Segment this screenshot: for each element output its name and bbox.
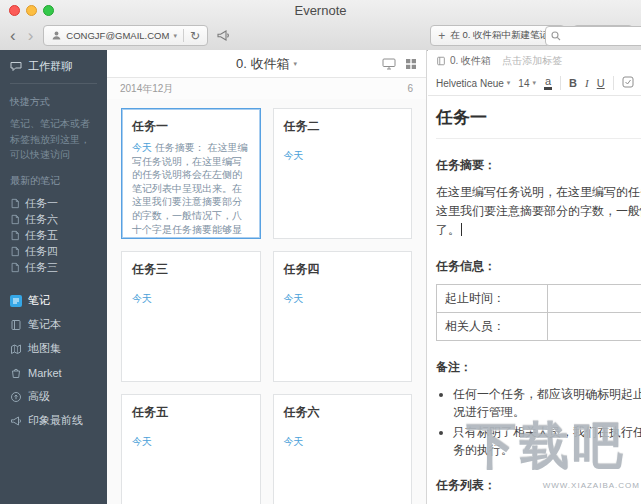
notebook-chip[interactable]: 0. 收件箱: [436, 54, 491, 68]
editor-header: 0. 收件箱 点击添加标签: [428, 50, 641, 71]
sidebar-item-premium[interactable]: 高级: [10, 385, 97, 409]
shortcuts-header: 快捷方式: [10, 95, 97, 109]
notebook-icon: [10, 319, 22, 331]
bullet-item[interactable]: 只有标明了相关人员，我们在执行任务的时候才能够明确分工，保证任 务的执行。: [453, 423, 641, 459]
window-header: Evernote ‹ › CONGJF@GMAIL.COM ▾ ↻: [0, 0, 641, 51]
recent-notes-header: 最新的笔记: [10, 174, 97, 188]
sidebar-item-blog[interactable]: 印象最前线: [10, 409, 97, 433]
note-card[interactable]: 任务五 今天: [121, 394, 261, 504]
recent-note-item[interactable]: 任务四: [10, 244, 97, 260]
note-editor-body[interactable]: 任务一 任务摘要： 在这里编写任务说明，在这里编写的任务说明将会在左侧的笔记列表…: [428, 96, 641, 504]
search-icon: [551, 31, 561, 41]
chevron-down-icon: ▾: [293, 60, 297, 68]
underline-button[interactable]: U: [597, 77, 605, 89]
segment-divider: [183, 29, 184, 42]
info-table: 起止时间： 相关人员：: [436, 284, 641, 341]
format-toolbar: Helvetica Neue ▾ 14 ▾ a B I U: [428, 71, 641, 96]
table-cell[interactable]: 起止时间：: [437, 284, 548, 312]
notes-label[interactable]: 备注：: [436, 359, 641, 376]
note-card[interactable]: 任务四 今天: [273, 251, 413, 382]
chevron-down-icon: ▾: [507, 79, 511, 87]
summary-label[interactable]: 任务摘要：: [436, 157, 641, 174]
main-toolbar: ‹ › CONGJF@GMAIL.COM ▾ ↻ +: [0, 21, 641, 50]
user-icon: [51, 30, 62, 41]
megaphone-icon: [10, 415, 22, 427]
sidebar-nav: 笔记 笔记本 地图集 Market: [10, 289, 97, 433]
bullet-item[interactable]: 任何一个任务，都应该明确标明起止时间，以便于我们根据时间的情 况进行管理。: [453, 385, 641, 421]
font-color-button[interactable]: a: [544, 76, 552, 90]
sidebar: 工作群聊 快捷方式 笔记、笔记本或者标签拖放到这里，可以快速访问 最新的笔记 任…: [0, 50, 107, 504]
info-label[interactable]: 任务信息：: [436, 258, 641, 275]
sync-icon[interactable]: ↻: [190, 29, 200, 43]
notebook-icon: [436, 56, 446, 66]
new-note-label: 在 0. 收件箱中新建笔记: [450, 29, 549, 42]
sidebar-item-notebooks[interactable]: 笔记本: [10, 313, 97, 337]
sidebar-item-work-chat[interactable]: 工作群聊: [10, 59, 97, 84]
note-list-subheader: 2014年12月 6: [107, 78, 426, 99]
card-date: 今天: [132, 142, 152, 153]
note-card-selected[interactable]: 任务一 今天 任务摘要： 在这里编写任务说明，在这里编写的任务说明将会在左侧的笔…: [121, 108, 261, 239]
table-cell[interactable]: [547, 312, 641, 340]
forward-button[interactable]: ›: [26, 27, 36, 44]
text-cursor: [461, 223, 462, 236]
window-title: Evernote: [0, 3, 641, 18]
note-card[interactable]: 任务三 今天: [121, 251, 261, 382]
add-tag-button[interactable]: 点击添加标签: [502, 54, 562, 68]
note-list-header: 0. 收件箱 ▾: [107, 50, 426, 78]
notebook-title-dropdown[interactable]: 0. 收件箱 ▾: [236, 55, 297, 73]
table-cell[interactable]: 相关人员：: [437, 312, 548, 340]
toolbar-divider: [613, 76, 614, 90]
shopping-bag-icon: [10, 367, 22, 379]
titlebar: Evernote: [0, 0, 641, 21]
note-icon: [10, 214, 20, 225]
chevron-down-icon: ▾: [532, 79, 536, 87]
note-icon: [10, 230, 20, 241]
map-icon: [10, 343, 22, 355]
announcements-icon[interactable]: [216, 29, 230, 42]
table-row: 起止时间：: [437, 284, 641, 312]
upgrade-icon: [10, 391, 22, 403]
summary-line[interactable]: 这里我们要注意摘要部分的字数，一般情况下，八十个字是任务摘要能够显示的上限: [436, 202, 641, 221]
sidebar-item-notes[interactable]: 笔记: [10, 289, 97, 313]
shortcuts-hint: 笔记、笔记本或者标签拖放到这里，可以快速访问: [10, 116, 92, 163]
card-date: 今天: [132, 292, 250, 306]
italic-button[interactable]: I: [585, 77, 589, 89]
chevron-down-icon: ▾: [173, 32, 177, 40]
sidebar-item-market[interactable]: Market: [10, 361, 97, 385]
recent-note-item[interactable]: 任务六: [10, 212, 97, 228]
card-date: 今天: [284, 292, 402, 306]
summary-line[interactable]: 在这里编写任务说明，在这里编写的任务说明将会在左侧的笔记列表中呈现出来。在: [436, 183, 641, 202]
search-input[interactable]: [545, 26, 641, 46]
summary-line[interactable]: 了。: [436, 221, 641, 240]
note-list-pane: 0. 收件箱 ▾ 2014年12月 6 任务一 今天 任务摘要： 在这里编写任务…: [107, 50, 427, 504]
table-cell[interactable]: [547, 284, 641, 312]
table-row: 相关人员：: [437, 312, 641, 340]
date-group-label: 2014年12月: [120, 82, 173, 96]
sidebar-item-atlas[interactable]: 地图集: [10, 337, 97, 361]
recent-note-item[interactable]: 任务一: [10, 196, 97, 212]
note-cards-grid: 任务一 今天 任务摘要： 在这里编写任务说明，在这里编写的任务说明将会在左侧的笔…: [107, 99, 426, 504]
card-date: 今天: [284, 149, 402, 163]
view-options-icon[interactable]: [405, 56, 417, 74]
back-button[interactable]: ‹: [8, 27, 18, 44]
presentation-mode-icon[interactable]: [382, 56, 396, 74]
font-family-select[interactable]: Helvetica Neue ▾: [436, 78, 510, 89]
recent-note-item[interactable]: 任务三: [10, 260, 97, 276]
bold-button[interactable]: B: [569, 77, 577, 89]
note-icon: [10, 262, 20, 273]
font-size-select[interactable]: 14 ▾: [518, 78, 536, 89]
chat-bubble-icon: [10, 61, 22, 72]
bullet-list: 任何一个任务，都应该明确标明起止时间，以便于我们根据时间的情 况进行管理。 只有…: [436, 385, 641, 459]
note-count: 6: [407, 83, 413, 94]
card-snippet: 任务摘要： 在这里编写任务说明，在这里编写的任务说明将会在左侧的笔记列表中呈现出…: [132, 142, 248, 239]
tasks-label[interactable]: 任务列表：: [436, 477, 641, 494]
card-date: 今天: [284, 435, 402, 449]
note-title[interactable]: 任务一: [436, 106, 641, 139]
account-menu[interactable]: CONGJF@GMAIL.COM ▾ ↻: [43, 25, 208, 46]
plus-icon: +: [438, 29, 445, 43]
evernote-window: Evernote ‹ › CONGJF@GMAIL.COM ▾ ↻: [0, 0, 641, 504]
todo-checkbox-icon[interactable]: [622, 76, 634, 90]
recent-note-item[interactable]: 任务五: [10, 228, 97, 244]
note-card[interactable]: 任务六 今天: [273, 394, 413, 504]
note-card[interactable]: 任务二 今天: [273, 108, 413, 239]
